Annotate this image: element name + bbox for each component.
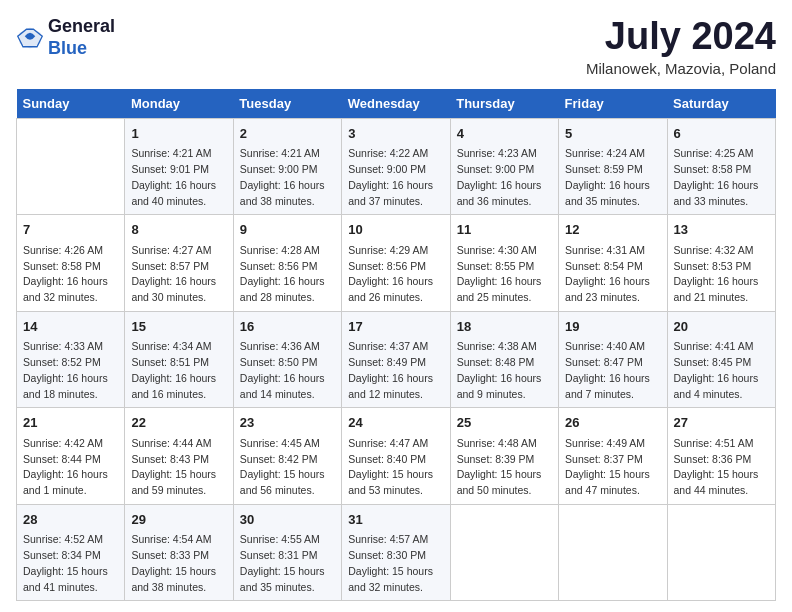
calendar-cell: 21Sunrise: 4:42 AM Sunset: 8:44 PM Dayli… xyxy=(17,408,125,505)
calendar-cell: 30Sunrise: 4:55 AM Sunset: 8:31 PM Dayli… xyxy=(233,504,341,601)
weekday-header: Tuesday xyxy=(233,89,341,119)
day-info: Sunrise: 4:55 AM Sunset: 8:31 PM Dayligh… xyxy=(240,532,335,595)
calendar-cell: 27Sunrise: 4:51 AM Sunset: 8:36 PM Dayli… xyxy=(667,408,775,505)
calendar-cell: 19Sunrise: 4:40 AM Sunset: 8:47 PM Dayli… xyxy=(559,311,667,408)
day-info: Sunrise: 4:25 AM Sunset: 8:58 PM Dayligh… xyxy=(674,146,769,209)
title-block: July 2024 Milanowek, Mazovia, Poland xyxy=(586,16,776,77)
calendar-cell: 1Sunrise: 4:21 AM Sunset: 9:01 PM Daylig… xyxy=(125,118,233,215)
day-number: 10 xyxy=(348,220,443,240)
calendar-cell xyxy=(450,504,558,601)
calendar-cell: 14Sunrise: 4:33 AM Sunset: 8:52 PM Dayli… xyxy=(17,311,125,408)
calendar-week-row: 14Sunrise: 4:33 AM Sunset: 8:52 PM Dayli… xyxy=(17,311,776,408)
calendar-cell: 25Sunrise: 4:48 AM Sunset: 8:39 PM Dayli… xyxy=(450,408,558,505)
logo-text: General Blue xyxy=(48,16,115,59)
calendar-table: SundayMondayTuesdayWednesdayThursdayFrid… xyxy=(16,89,776,602)
calendar-cell xyxy=(667,504,775,601)
day-number: 15 xyxy=(131,317,226,337)
day-info: Sunrise: 4:57 AM Sunset: 8:30 PM Dayligh… xyxy=(348,532,443,595)
day-info: Sunrise: 4:21 AM Sunset: 9:00 PM Dayligh… xyxy=(240,146,335,209)
calendar-cell xyxy=(17,118,125,215)
day-number: 8 xyxy=(131,220,226,240)
logo: General Blue xyxy=(16,16,115,59)
day-number: 7 xyxy=(23,220,118,240)
weekday-header: Monday xyxy=(125,89,233,119)
calendar-cell: 24Sunrise: 4:47 AM Sunset: 8:40 PM Dayli… xyxy=(342,408,450,505)
calendar-cell: 20Sunrise: 4:41 AM Sunset: 8:45 PM Dayli… xyxy=(667,311,775,408)
calendar-cell: 6Sunrise: 4:25 AM Sunset: 8:58 PM Daylig… xyxy=(667,118,775,215)
calendar-cell: 7Sunrise: 4:26 AM Sunset: 8:58 PM Daylig… xyxy=(17,215,125,312)
day-number: 16 xyxy=(240,317,335,337)
calendar-cell: 13Sunrise: 4:32 AM Sunset: 8:53 PM Dayli… xyxy=(667,215,775,312)
day-number: 28 xyxy=(23,510,118,530)
calendar-cell: 4Sunrise: 4:23 AM Sunset: 9:00 PM Daylig… xyxy=(450,118,558,215)
day-info: Sunrise: 4:52 AM Sunset: 8:34 PM Dayligh… xyxy=(23,532,118,595)
calendar-cell: 5Sunrise: 4:24 AM Sunset: 8:59 PM Daylig… xyxy=(559,118,667,215)
month-title: July 2024 xyxy=(586,16,776,58)
day-number: 31 xyxy=(348,510,443,530)
calendar-cell: 18Sunrise: 4:38 AM Sunset: 8:48 PM Dayli… xyxy=(450,311,558,408)
day-number: 29 xyxy=(131,510,226,530)
day-info: Sunrise: 4:31 AM Sunset: 8:54 PM Dayligh… xyxy=(565,243,660,306)
day-number: 2 xyxy=(240,124,335,144)
weekday-header: Wednesday xyxy=(342,89,450,119)
day-info: Sunrise: 4:41 AM Sunset: 8:45 PM Dayligh… xyxy=(674,339,769,402)
day-info: Sunrise: 4:54 AM Sunset: 8:33 PM Dayligh… xyxy=(131,532,226,595)
day-number: 5 xyxy=(565,124,660,144)
calendar-cell: 31Sunrise: 4:57 AM Sunset: 8:30 PM Dayli… xyxy=(342,504,450,601)
logo-icon xyxy=(16,24,44,52)
day-number: 20 xyxy=(674,317,769,337)
day-info: Sunrise: 4:38 AM Sunset: 8:48 PM Dayligh… xyxy=(457,339,552,402)
calendar-cell: 2Sunrise: 4:21 AM Sunset: 9:00 PM Daylig… xyxy=(233,118,341,215)
calendar-cell xyxy=(559,504,667,601)
day-number: 27 xyxy=(674,413,769,433)
day-info: Sunrise: 4:23 AM Sunset: 9:00 PM Dayligh… xyxy=(457,146,552,209)
weekday-header: Thursday xyxy=(450,89,558,119)
calendar-cell: 26Sunrise: 4:49 AM Sunset: 8:37 PM Dayli… xyxy=(559,408,667,505)
day-info: Sunrise: 4:36 AM Sunset: 8:50 PM Dayligh… xyxy=(240,339,335,402)
calendar-cell: 22Sunrise: 4:44 AM Sunset: 8:43 PM Dayli… xyxy=(125,408,233,505)
calendar-cell: 8Sunrise: 4:27 AM Sunset: 8:57 PM Daylig… xyxy=(125,215,233,312)
day-info: Sunrise: 4:21 AM Sunset: 9:01 PM Dayligh… xyxy=(131,146,226,209)
day-info: Sunrise: 4:45 AM Sunset: 8:42 PM Dayligh… xyxy=(240,436,335,499)
calendar-cell: 9Sunrise: 4:28 AM Sunset: 8:56 PM Daylig… xyxy=(233,215,341,312)
page-header: General Blue July 2024 Milanowek, Mazovi… xyxy=(16,16,776,77)
day-number: 13 xyxy=(674,220,769,240)
calendar-cell: 17Sunrise: 4:37 AM Sunset: 8:49 PM Dayli… xyxy=(342,311,450,408)
day-number: 24 xyxy=(348,413,443,433)
day-number: 22 xyxy=(131,413,226,433)
day-info: Sunrise: 4:22 AM Sunset: 9:00 PM Dayligh… xyxy=(348,146,443,209)
day-number: 12 xyxy=(565,220,660,240)
day-info: Sunrise: 4:26 AM Sunset: 8:58 PM Dayligh… xyxy=(23,243,118,306)
day-info: Sunrise: 4:27 AM Sunset: 8:57 PM Dayligh… xyxy=(131,243,226,306)
day-info: Sunrise: 4:29 AM Sunset: 8:56 PM Dayligh… xyxy=(348,243,443,306)
weekday-row: SundayMondayTuesdayWednesdayThursdayFrid… xyxy=(17,89,776,119)
calendar-cell: 3Sunrise: 4:22 AM Sunset: 9:00 PM Daylig… xyxy=(342,118,450,215)
day-number: 3 xyxy=(348,124,443,144)
day-number: 30 xyxy=(240,510,335,530)
day-number: 6 xyxy=(674,124,769,144)
day-info: Sunrise: 4:44 AM Sunset: 8:43 PM Dayligh… xyxy=(131,436,226,499)
day-number: 23 xyxy=(240,413,335,433)
day-info: Sunrise: 4:48 AM Sunset: 8:39 PM Dayligh… xyxy=(457,436,552,499)
day-info: Sunrise: 4:32 AM Sunset: 8:53 PM Dayligh… xyxy=(674,243,769,306)
day-info: Sunrise: 4:47 AM Sunset: 8:40 PM Dayligh… xyxy=(348,436,443,499)
day-number: 18 xyxy=(457,317,552,337)
calendar-week-row: 28Sunrise: 4:52 AM Sunset: 8:34 PM Dayli… xyxy=(17,504,776,601)
calendar-week-row: 21Sunrise: 4:42 AM Sunset: 8:44 PM Dayli… xyxy=(17,408,776,505)
calendar-cell: 29Sunrise: 4:54 AM Sunset: 8:33 PM Dayli… xyxy=(125,504,233,601)
calendar-header: SundayMondayTuesdayWednesdayThursdayFrid… xyxy=(17,89,776,119)
day-number: 17 xyxy=(348,317,443,337)
day-number: 9 xyxy=(240,220,335,240)
day-info: Sunrise: 4:49 AM Sunset: 8:37 PM Dayligh… xyxy=(565,436,660,499)
day-number: 4 xyxy=(457,124,552,144)
day-number: 14 xyxy=(23,317,118,337)
calendar-cell: 23Sunrise: 4:45 AM Sunset: 8:42 PM Dayli… xyxy=(233,408,341,505)
weekday-header: Friday xyxy=(559,89,667,119)
day-info: Sunrise: 4:34 AM Sunset: 8:51 PM Dayligh… xyxy=(131,339,226,402)
calendar-cell: 28Sunrise: 4:52 AM Sunset: 8:34 PM Dayli… xyxy=(17,504,125,601)
calendar-cell: 12Sunrise: 4:31 AM Sunset: 8:54 PM Dayli… xyxy=(559,215,667,312)
day-info: Sunrise: 4:24 AM Sunset: 8:59 PM Dayligh… xyxy=(565,146,660,209)
day-info: Sunrise: 4:42 AM Sunset: 8:44 PM Dayligh… xyxy=(23,436,118,499)
calendar-cell: 15Sunrise: 4:34 AM Sunset: 8:51 PM Dayli… xyxy=(125,311,233,408)
day-number: 19 xyxy=(565,317,660,337)
